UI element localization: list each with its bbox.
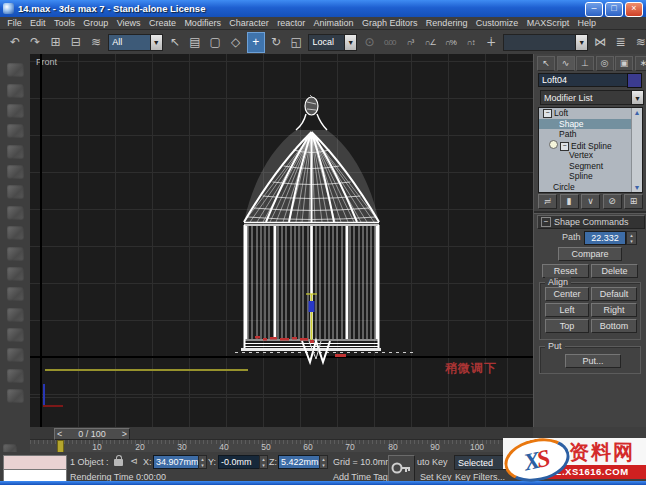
put-button[interactable]: Put... [565,354,621,368]
side-tool-icon[interactable] [7,165,24,179]
prev-frame-icon[interactable]: < [57,429,62,439]
collapse-icon[interactable]: − [541,217,551,227]
menu-tools[interactable]: Tools [50,18,79,28]
select-and-link-icon[interactable]: ⊞ [47,32,65,53]
time-slider-handle[interactable]: < 0 / 100 > [54,428,130,440]
shape-commands-rollout-header[interactable]: − Shape Commands [537,215,645,229]
next-frame-icon[interactable]: > [122,429,127,439]
side-tool-icon[interactable] [7,389,24,403]
menu-rendering[interactable]: Rendering [422,18,472,28]
x-coordinate-field[interactable]: 34.907mm [153,455,201,469]
fence-selection-region-icon[interactable]: ◇ [226,32,244,53]
stack-row-spline[interactable]: Spline [539,171,642,182]
side-tool-icon[interactable] [7,287,24,301]
mirror-icon[interactable]: ⋈ [591,32,609,53]
side-tool-icon[interactable] [7,226,24,240]
selection-filter-combo[interactable]: All ▼ [108,34,162,51]
menu-character[interactable]: Character [225,18,273,28]
side-tool-icon[interactable] [7,185,24,199]
menu-edit[interactable]: Edit [26,18,50,28]
side-tool-icon[interactable] [7,247,24,261]
side-tool-icon[interactable] [7,348,24,362]
align-left-button[interactable]: Left [545,303,589,317]
percent-snap-icon[interactable]: ∩% [441,32,459,53]
hierarchy-tab-icon[interactable]: ⊥ [576,56,594,71]
stack-row-path[interactable]: Path [539,129,642,140]
spinner-arrows-icon[interactable]: ▴▾ [198,455,207,469]
side-tool-icon[interactable] [7,124,24,138]
use-center-icon[interactable]: ⊙ [360,32,378,53]
time-slider[interactable]: < 0 / 100 > [30,427,533,440]
side-tool-icon[interactable] [7,63,24,77]
redo-icon[interactable]: ↷ [26,32,44,53]
maxscript-listener-pink[interactable] [3,455,67,470]
chevron-down-icon[interactable]: ▼ [631,91,643,104]
stack-row-shape[interactable]: Shape [539,119,642,130]
configure-modifier-sets-icon[interactable]: ⊞ [624,194,643,209]
make-unique-icon[interactable]: ∨ [581,194,600,209]
create-tab-icon[interactable]: ↖ [537,56,555,71]
select-object-icon[interactable]: ↖ [166,32,184,53]
reference-coordinate-combo[interactable]: Local ▼ [308,34,357,51]
modify-tab-icon[interactable]: ∿ [557,56,575,71]
snap-spinner-value-icon[interactable]: 0.00 [381,32,399,53]
object-color-swatch[interactable] [627,73,642,88]
side-tool-icon[interactable] [7,206,24,220]
align-right-button[interactable]: Right [591,303,637,317]
menu-file[interactable]: File [3,18,26,28]
front-viewport[interactable]: Front 稍微调下 [30,54,533,427]
menu-views[interactable]: Views [113,18,145,28]
path-value-field[interactable]: 22.332 [584,231,626,245]
align-center-button[interactable]: Center [545,287,589,301]
align-top-button[interactable]: Top [545,319,589,333]
side-tool-icon[interactable] [7,267,24,281]
minimize-button[interactable]: – [585,2,603,17]
select-and-scale-icon[interactable]: ◱ [287,32,305,53]
delete-button[interactable]: Delete [591,264,638,278]
close-button[interactable]: × [625,2,643,17]
side-tool-icon[interactable] [7,104,24,118]
absolute-mode-icon[interactable]: ⊲ [130,456,138,466]
spinner-arrows-icon[interactable]: ▴▾ [319,455,328,469]
auto-key-button[interactable]: uto Key [417,457,448,467]
chevron-down-icon[interactable]: ▼ [150,35,162,50]
chevron-down-icon[interactable]: ▼ [344,35,356,50]
side-tool-icon[interactable] [7,84,24,98]
modifier-list-dropdown[interactable]: Modifier List ▼ [540,90,644,105]
lightbulb-icon[interactable] [549,140,558,149]
motion-tab-icon[interactable]: ◎ [596,56,614,71]
chevron-down-icon[interactable]: ▼ [575,35,587,50]
select-by-name-icon[interactable]: ▤ [186,32,204,53]
menu-create[interactable]: Create [145,18,180,28]
object-name-field[interactable]: Loft04 [538,73,631,87]
menu-graph-editors[interactable]: Graph Editors [358,18,422,28]
spinner-arrows-icon[interactable]: ▴▾ [626,231,637,245]
y-coordinate-field[interactable]: -0.0mm [218,455,262,469]
select-and-manipulate-icon[interactable]: ∔ [482,32,500,53]
align-icon[interactable]: ≣ [611,32,629,53]
menu-help[interactable]: Help [573,18,600,28]
stack-row-vertex[interactable]: Vertex [539,150,642,161]
set-keys-button[interactable] [388,455,415,483]
angle-snap-icon[interactable]: ∩∠ [421,32,439,53]
stack-row-circle[interactable]: Circle [539,182,642,193]
collapse-icon[interactable]: − [543,109,552,118]
select-and-move-icon[interactable]: + [247,32,265,53]
menu-animation[interactable]: Animation [309,18,357,28]
stack-row-segment[interactable]: Segment [539,161,642,172]
snaps-toggle-icon[interactable]: ∩³ [401,32,419,53]
birdcage-wireframe[interactable] [30,54,533,427]
curve-editor-icon[interactable]: ≋ [632,32,646,53]
menu-maxscript[interactable]: MAXScript [522,18,573,28]
reset-button[interactable]: Reset [542,264,589,278]
scroll-down-icon[interactable]: ▼ [632,183,642,192]
spinner-snap-icon[interactable]: ∩↕ [462,32,480,53]
unlink-selection-icon[interactable]: ⊟ [67,32,85,53]
maximize-button[interactable]: □ [605,2,623,17]
side-tool-icon[interactable] [7,369,24,383]
select-and-rotate-icon[interactable]: ↻ [267,32,285,53]
menu-reactor[interactable]: reactor [273,18,309,28]
utilities-tab-icon[interactable]: ∗ [635,56,646,71]
align-bottom-button[interactable]: Bottom [591,319,637,333]
side-tool-icon[interactable] [7,328,24,342]
